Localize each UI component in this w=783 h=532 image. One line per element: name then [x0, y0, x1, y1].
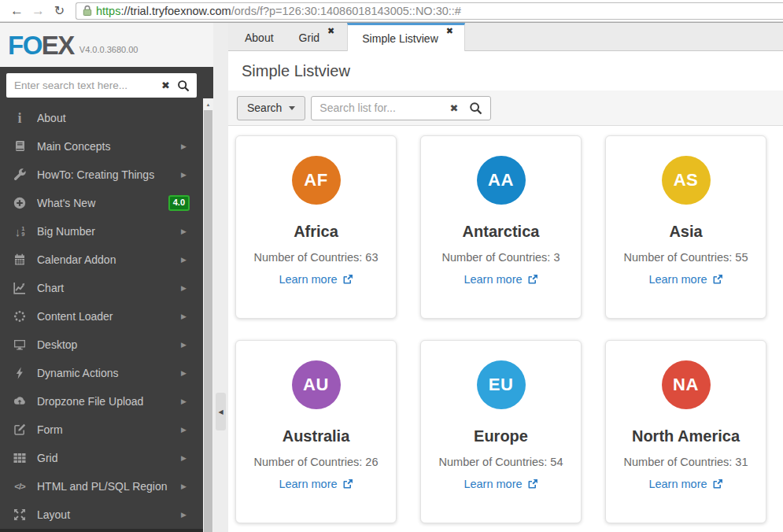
- countries-count: Number of Countries: 31: [624, 456, 748, 468]
- url-domain: ://trial.tryfoexnow.com: [120, 5, 231, 17]
- search-dropdown-button[interactable]: Search: [237, 96, 305, 120]
- chevron-right-icon: ▶: [181, 426, 187, 434]
- close-icon[interactable]: ✖: [446, 26, 453, 36]
- learn-more-link[interactable]: Learn more: [648, 273, 722, 286]
- sidebar-item-calendar-addon[interactable]: Calendar Addon ▶: [0, 246, 203, 274]
- scrollbar-thumb[interactable]: [204, 110, 212, 532]
- continent-card-europe[interactable]: EU Europe Number of Countries: 54 Learn …: [420, 340, 582, 523]
- logo-strip: FOEX V4.0.0.3680.00: [0, 23, 213, 67]
- list-search-icon[interactable]: [469, 102, 482, 115]
- sidebar-item-grid[interactable]: Grid ▶: [0, 444, 203, 472]
- learn-more-link[interactable]: Learn more: [464, 273, 537, 286]
- sidebar-item-main-concepts[interactable]: Main Concepts ▶: [0, 132, 203, 161]
- version-label: V4.0.0.3680.00: [79, 45, 139, 54]
- continent-card-north-america[interactable]: NA North America Number of Countries: 31…: [605, 340, 766, 523]
- continent-avatar: AA: [477, 156, 526, 205]
- sidebar-collapse-handle[interactable]: ◀: [216, 393, 226, 430]
- sidebar-item-howto-creating-things[interactable]: HowTo: Creating Things ▶: [0, 161, 203, 189]
- learn-more-link[interactable]: Learn more: [464, 478, 537, 490]
- grid-icon: [10, 452, 29, 464]
- chevron-right-icon: ▶: [181, 256, 187, 264]
- chevron-right-icon: ▶: [181, 454, 187, 462]
- external-link-icon: [342, 478, 353, 490]
- close-icon[interactable]: ✖: [327, 26, 334, 36]
- continent-card-australia[interactable]: AU Australia Number of Countries: 26 Lea…: [235, 340, 397, 523]
- foex-logo: FOEX: [8, 32, 74, 58]
- main-panel: About Grid ✖ Simple Listview ✖ Simple Li…: [228, 23, 783, 532]
- sidebar-item-whats-new[interactable]: What's New 4.0: [0, 189, 203, 217]
- book-icon: [10, 140, 29, 153]
- chevron-right-icon: ▶: [181, 284, 187, 292]
- cloud-upload-icon: [10, 395, 29, 408]
- learn-more-link[interactable]: Learn more: [279, 273, 353, 286]
- continent-avatar: NA: [662, 360, 711, 409]
- chevron-right-icon: ▶: [181, 397, 187, 405]
- continent-card-africa[interactable]: AF Africa Number of Countries: 63 Learn …: [235, 135, 397, 319]
- chevron-right-icon: ▶: [181, 511, 187, 519]
- countries-count: Number of Countries: 63: [254, 251, 379, 264]
- tab-simple-listview[interactable]: Simple Listview ✖: [347, 23, 465, 51]
- countries-count: Number of Countries: 26: [254, 456, 379, 468]
- continent-name: Europe: [474, 427, 528, 445]
- chevron-right-icon: ▶: [181, 227, 187, 235]
- edit-icon: [10, 423, 29, 436]
- page-title: Simple Listview: [228, 51, 783, 91]
- continent-avatar: AF: [292, 156, 341, 205]
- code-icon: </>: [10, 482, 29, 491]
- chevron-right-icon: ▶: [181, 171, 187, 179]
- countries-count: Number of Countries: 55: [624, 251, 748, 264]
- sidebar-scrollbar[interactable]: ▴: [203, 98, 213, 532]
- chart-icon: [10, 282, 29, 294]
- sidebar-item-desktop[interactable]: Desktop ▶: [0, 331, 203, 359]
- url-bar[interactable]: https://trial.tryfoexnow.com/ords/f?p=12…: [76, 2, 783, 20]
- url-text: https://trial.tryfoexnow.com/ords/f?p=12…: [96, 5, 461, 17]
- clear-list-search-icon[interactable]: ✖: [449, 102, 458, 114]
- listview-content: AF Africa Number of Countries: 63 Learn …: [228, 126, 783, 532]
- sidebar-item-layout[interactable]: Layout ▶: [0, 501, 203, 529]
- external-link-icon: [342, 274, 353, 285]
- url-path: /ords/f?p=126:30:14086018143005::NO:30::…: [231, 5, 461, 17]
- sidebar-search-input[interactable]: [6, 79, 158, 92]
- list-search-input[interactable]: [312, 101, 449, 115]
- tab-about[interactable]: About: [232, 23, 286, 50]
- continent-card-antarctica[interactable]: AA Antarctica Number of Countries: 3 Lea…: [420, 135, 582, 319]
- chevron-right-icon: ▶: [181, 482, 187, 490]
- sidebar-item-chart[interactable]: Chart ▶: [0, 274, 203, 302]
- chevron-right-icon: ▶: [181, 142, 187, 150]
- sidebar-item-dropzone-file-upload[interactable]: Dropzone File Upload ▶: [0, 387, 203, 416]
- scroll-up-icon[interactable]: ▴: [203, 98, 213, 110]
- continent-avatar: AU: [292, 360, 341, 409]
- browser-reload-button[interactable]: ↻: [49, 5, 70, 17]
- sidebar-menu-panel: ✖ i About Main Concepts ▶ HowTo: Creatin…: [0, 67, 213, 532]
- sidebar-item-form[interactable]: Form ▶: [0, 416, 203, 444]
- browser-forward-button[interactable]: →: [28, 4, 49, 17]
- calendar-icon: [10, 253, 29, 266]
- sidebar-item-content-loader[interactable]: Content Loader ▶: [0, 302, 203, 331]
- continent-avatar: AS: [662, 156, 711, 205]
- browser-back-button[interactable]: ←: [6, 4, 28, 17]
- chevron-right-icon: ▶: [181, 341, 187, 349]
- search-icon[interactable]: [177, 79, 190, 92]
- loader-icon: [10, 310, 29, 323]
- sidebar-item-partial-item[interactable]: [0, 529, 203, 532]
- continent-card-grid: AF Africa Number of Countries: 63 Learn …: [235, 135, 783, 523]
- sidebar: FOEX V4.0.0.3680.00 ✖ i About Mai: [0, 23, 213, 532]
- tab-grid[interactable]: Grid ✖: [286, 23, 348, 50]
- sidebar-item-html-plsql-region[interactable]: </> HTML and PL/SQL Region ▶: [0, 472, 203, 501]
- learn-more-link[interactable]: Learn more: [648, 478, 722, 490]
- continent-name: Australia: [283, 427, 350, 445]
- browser-chrome: ← → ↻ https://trial.tryfoexnow.com/ords/…: [0, 0, 783, 21]
- countries-count: Number of Countries: 3: [442, 251, 560, 264]
- sidebar-search-box: ✖: [6, 73, 197, 98]
- clear-search-icon[interactable]: ✖: [161, 79, 170, 91]
- bolt-icon: [10, 367, 29, 379]
- continent-card-asia[interactable]: AS Asia Number of Countries: 55 Learn mo…: [605, 135, 766, 319]
- chevron-right-icon: ▶: [181, 369, 187, 377]
- external-link-icon: [527, 274, 538, 285]
- sidebar-item-big-number[interactable]: ↓19 Big Number ▶: [0, 217, 203, 246]
- learn-more-link[interactable]: Learn more: [279, 478, 353, 490]
- list-search-box: ✖: [311, 96, 491, 120]
- sidebar-item-dynamic-actions[interactable]: Dynamic Actions ▶: [0, 359, 203, 387]
- continent-name: Antarctica: [463, 223, 540, 241]
- sidebar-item-about[interactable]: i About: [0, 104, 203, 132]
